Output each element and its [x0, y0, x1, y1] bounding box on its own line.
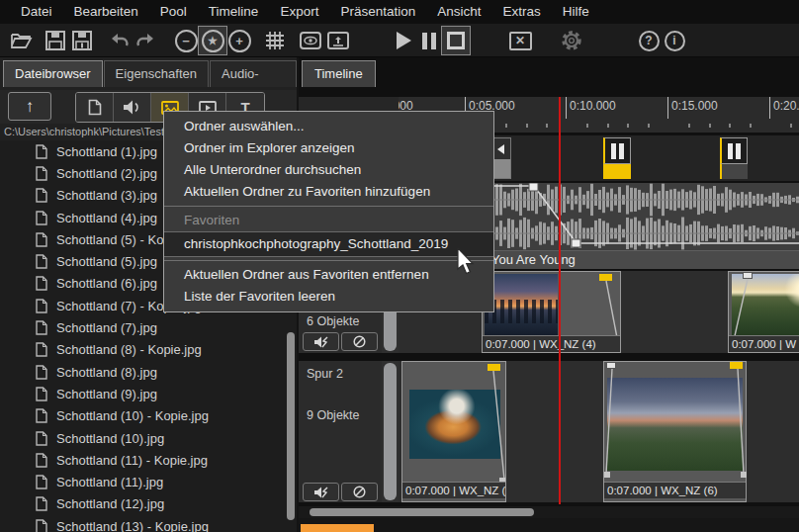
- clip-label: 0:07.000 | W: [729, 335, 799, 352]
- open-project-icon[interactable]: [10, 29, 34, 52]
- preview-icon[interactable]: [299, 29, 322, 52]
- application-window: DateiBearbeitenPoolTimelineExportPräsent…: [0, 0, 799, 532]
- context-menu: Ordner auswählen...Ordner im Explorer an…: [163, 111, 494, 312]
- default-zoom-icon[interactable]: ★: [198, 26, 227, 55]
- timeline-overview-bar: [299, 518, 799, 532]
- timeline-clip[interactable]: 0:07.000 | WX_NZ (4): [482, 271, 621, 353]
- file-item[interactable]: Schottland (13) - Kopie.jpg: [0, 515, 297, 532]
- clip-handle[interactable]: [743, 272, 753, 279]
- clip-handle[interactable]: [606, 362, 616, 369]
- file-item[interactable]: Schottland (10) - Kopie.jpg: [0, 405, 297, 427]
- zoom-out-icon[interactable]: −: [174, 29, 198, 52]
- ruler-time-label: 0:15.000: [671, 99, 718, 113]
- overview-range-indicator[interactable]: [301, 524, 374, 532]
- context-menu-item[interactable]: Aktuellen Ordner zu Favoriten hinzufügen: [164, 181, 493, 203]
- pause-marker[interactable]: [720, 137, 748, 179]
- ruler-minor-tick: [729, 124, 731, 128]
- file-item[interactable]: Schottland (8) - Kopie.jpg: [0, 339, 297, 361]
- audio-title: You Are Young: [491, 252, 576, 267]
- menu-pool[interactable]: Pool: [149, 0, 198, 24]
- file-item[interactable]: Schottland (8).jpg: [0, 361, 297, 383]
- menu-präsentation[interactable]: Präsentation: [329, 0, 426, 24]
- tab-timeline[interactable]: Timeline: [302, 60, 376, 87]
- file-icon: [36, 232, 47, 247]
- context-menu-item[interactable]: Ordner auswählen...: [164, 116, 493, 137]
- context-menu-item[interactable]: Aktuellen Ordner aus Favoriten entfernen: [164, 264, 493, 286]
- file-name: Schottland (6).jpg: [56, 276, 157, 291]
- menu-timeline[interactable]: Timeline: [198, 0, 270, 24]
- close-window-icon[interactable]: ✕: [508, 29, 532, 52]
- timeline-clip[interactable]: 0:07.000 | WX_NZ (1): [401, 361, 506, 502]
- ruler-minor-tick: [586, 124, 588, 128]
- speaker-icon: [123, 100, 141, 115]
- menu-hilfe[interactable]: Hilfe: [552, 0, 600, 24]
- context-menu-item[interactable]: christophkochphotography_Schottland_2019: [164, 231, 493, 257]
- track2-name: Spur 2: [307, 367, 343, 381]
- file-item[interactable]: Schottland (12).jpg: [0, 493, 297, 515]
- timeline-hscrollbar-thumb[interactable]: [310, 508, 534, 516]
- file-name: Schottland (1).jpg: [56, 144, 157, 159]
- file-item[interactable]: Schottland (7).jpg: [0, 316, 297, 338]
- file-item[interactable]: Schottland (11).jpg: [0, 471, 297, 492]
- playhead[interactable]: [559, 97, 561, 504]
- file-name: Schottland (8).jpg: [56, 365, 157, 380]
- tab-dateibrowser[interactable]: Dateibrowser: [3, 60, 103, 87]
- track2-disable-button[interactable]: [341, 483, 378, 501]
- context-menu-item[interactable]: Alle Unterordner durchsuchen: [164, 159, 493, 181]
- file-icon: [36, 365, 47, 380]
- save-icon[interactable]: [44, 29, 67, 52]
- ruler-time-label: 0:10.000: [570, 99, 616, 113]
- timeline-clip[interactable]: 0:07.000 | WX_NZ (6): [603, 361, 747, 502]
- context-menu-item[interactable]: Liste der Favoriten leeren: [164, 286, 493, 308]
- menu-bearbeiten[interactable]: Bearbeiten: [63, 0, 149, 24]
- ruler-minor-tick: [526, 124, 528, 128]
- file-icon: [36, 475, 47, 489]
- file-item[interactable]: Schottland (11) - Kopie.jpg: [0, 449, 297, 471]
- stop-icon[interactable]: [441, 26, 471, 55]
- file-item[interactable]: Schottland (9).jpg: [0, 383, 297, 404]
- track2-header: Spur 2 9 Objekte: [299, 361, 382, 502]
- tab-eigenschaften[interactable]: Eigenschaften: [104, 60, 209, 87]
- zoom-in-icon[interactable]: +: [227, 29, 251, 52]
- file-name: Schottland (3).jpg: [56, 188, 157, 203]
- filter-files-button[interactable]: [76, 93, 114, 122]
- save-as-icon[interactable]: [70, 29, 94, 52]
- pause-icon[interactable]: [417, 29, 441, 52]
- help-icon[interactable]: ?: [637, 29, 661, 52]
- screen-icon[interactable]: [326, 29, 350, 52]
- pause-icon: [603, 137, 631, 164]
- menu-extras[interactable]: Extras: [492, 0, 552, 24]
- ruler-tick: [566, 97, 567, 119]
- up-arrow-icon: ↑: [26, 97, 35, 117]
- timeline-hscrollbar-track[interactable]: [299, 506, 799, 518]
- pause-marker[interactable]: [603, 137, 631, 179]
- grid-icon[interactable]: [263, 29, 287, 52]
- track2-object-count: 9 Objekte: [307, 408, 360, 422]
- folder-up-button[interactable]: ↑: [8, 92, 51, 121]
- info-icon[interactable]: i: [663, 29, 686, 52]
- timeline-clip[interactable]: 0:07.000 | W: [728, 271, 799, 353]
- menu-export[interactable]: Export: [269, 0, 329, 24]
- file-list-scrollbar[interactable]: [287, 332, 295, 520]
- file-name: Schottland (13) - Kopie.jpg: [56, 519, 209, 532]
- redo-icon[interactable]: [133, 29, 157, 52]
- undo-icon[interactable]: [108, 29, 132, 52]
- track2-scrollbar[interactable]: [382, 361, 399, 502]
- file-name: Schottland (12).jpg: [56, 496, 164, 511]
- context-menu-item[interactable]: Ordner im Explorer anzeigen: [164, 137, 493, 159]
- play-icon[interactable]: [392, 29, 415, 52]
- track2-mute-button[interactable]: [303, 483, 339, 501]
- clip-thumbnail-volcano: [409, 390, 500, 459]
- file-name: Schottland (10) - Kopie.jpg: [56, 408, 209, 423]
- track1-mute-button[interactable]: [303, 332, 339, 351]
- tab-audio-plugins[interactable]: Audio-Plugins: [210, 60, 297, 87]
- settings-icon[interactable]: [560, 29, 583, 52]
- file-item[interactable]: Schottland (10).jpg: [0, 427, 297, 449]
- track1-disable-button[interactable]: [341, 332, 378, 351]
- menu-ansicht[interactable]: Ansicht: [426, 0, 491, 24]
- file-name: Schottland (11) - Kopie.jpg: [56, 453, 208, 468]
- ruler-minor-tick: [546, 124, 548, 128]
- menu-datei[interactable]: Datei: [10, 0, 63, 24]
- mute-icon: [313, 336, 329, 348]
- filter-audio-button[interactable]: [114, 93, 151, 122]
